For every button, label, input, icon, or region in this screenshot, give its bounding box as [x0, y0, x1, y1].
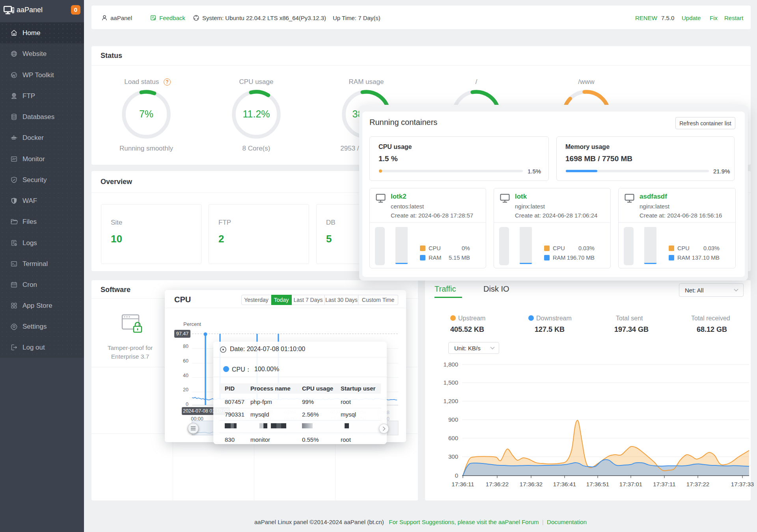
svg-text:0: 0 — [455, 472, 458, 479]
svg-text:17:36:22: 17:36:22 — [486, 481, 509, 487]
svg-text:1,800: 1,800 — [443, 361, 458, 368]
svg-text:600: 600 — [448, 435, 458, 441]
svg-text:17:37:01: 17:37:01 — [619, 481, 642, 487]
svg-text:1,200: 1,200 — [443, 398, 458, 404]
svg-text:17:36:32: 17:36:32 — [520, 481, 543, 487]
svg-text:900: 900 — [448, 416, 458, 423]
svg-text:17:36:51: 17:36:51 — [586, 481, 609, 487]
svg-text:17:37:22: 17:37:22 — [686, 481, 709, 487]
svg-text:17:36:41: 17:36:41 — [553, 481, 576, 487]
svg-text:17:37:11: 17:37:11 — [653, 481, 675, 487]
svg-text:300: 300 — [448, 453, 458, 460]
svg-text:1,500: 1,500 — [443, 379, 458, 386]
svg-text:17:37:33: 17:37:33 — [731, 481, 754, 487]
svg-text:17:36:11: 17:36:11 — [451, 481, 474, 487]
